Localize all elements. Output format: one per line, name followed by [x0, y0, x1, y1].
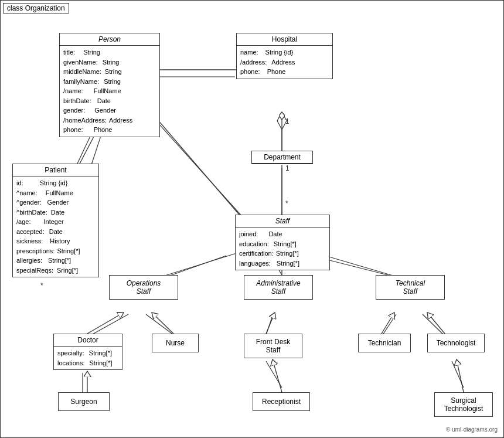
svg-line-31	[152, 313, 173, 334]
svg-line-32	[266, 313, 275, 334]
doctor-class: Doctor specialty:String[*] locations:Str…	[53, 334, 122, 370]
svg-line-8	[147, 111, 253, 228]
technician-title: Technician	[359, 334, 410, 352]
copyright: © uml-diagrams.org	[446, 426, 498, 433]
doctor-attrs: specialty:String[*] locations:String[*]	[54, 347, 122, 369]
hospital-title: Hospital	[237, 33, 332, 46]
svg-text:1: 1	[285, 164, 290, 172]
svg-marker-2	[277, 112, 287, 130]
svg-line-30	[87, 313, 124, 334]
patient-title: Patient	[13, 164, 98, 176]
surgical-technologist-title: SurgicalTechnologist	[435, 393, 492, 416]
nurse-title: Nurse	[152, 334, 198, 352]
admin-staff-title: AdministrativeStaff	[244, 276, 312, 299]
svg-line-13	[146, 314, 173, 335]
person-title: Person	[60, 33, 159, 46]
frame-label: class Organization	[3, 3, 69, 13]
svg-line-12	[91, 314, 128, 335]
svg-line-19	[452, 361, 464, 388]
staff-title: Staff	[236, 215, 329, 228]
technical-staff-title: TechnicalStaff	[376, 276, 444, 299]
svg-text:*: *	[285, 199, 288, 208]
svg-text:*: *	[40, 281, 43, 290]
diagram-container: class Organization	[0, 0, 504, 438]
svg-line-15	[383, 314, 396, 335]
surgeon-title: Surgeon	[59, 393, 109, 410]
svg-line-26	[150, 111, 250, 228]
patient-class: Patient id:String {id} ^name:FullName ^g…	[12, 164, 99, 277]
technologist-class: Technologist	[427, 334, 485, 352]
surgeon-class: Surgeon	[58, 392, 110, 411]
operations-staff-title: OperationsStaff	[110, 276, 178, 299]
technical-staff-class: TechnicalStaff	[376, 275, 445, 300]
technician-class: Technician	[358, 334, 411, 352]
svg-text:1: 1	[285, 117, 290, 125]
front-desk-class: Front DeskStaff	[244, 334, 302, 358]
staff-class: Staff joined:Date education:String[*] ce…	[235, 215, 330, 270]
front-desk-title: Front DeskStaff	[244, 334, 302, 358]
technologist-title: Technologist	[428, 334, 484, 352]
svg-line-14	[266, 314, 273, 335]
svg-line-36	[273, 359, 282, 392]
svg-line-16	[423, 314, 444, 335]
svg-line-37	[457, 359, 464, 392]
department-title: Department	[252, 151, 312, 164]
svg-line-33	[382, 313, 394, 334]
admin-staff-class: AdministrativeStaff	[244, 275, 313, 300]
nurse-class: Nurse	[152, 334, 199, 352]
staff-attrs: joined:Date education:String[*] certific…	[236, 228, 329, 270]
receptionist-class: Receptionist	[253, 392, 310, 411]
svg-line-34	[427, 313, 445, 334]
operations-staff-class: OperationsStaff	[109, 275, 178, 300]
department-class: Department	[251, 151, 313, 164]
person-class: Person title:String givenName:String mid…	[59, 33, 160, 137]
surgical-technologist-class: SurgicalTechnologist	[434, 392, 493, 417]
doctor-title: Doctor	[54, 334, 122, 347]
patient-attrs: id:String {id} ^name:FullName ^gender:Ge…	[13, 176, 98, 277]
receptionist-title: Receptionist	[253, 393, 309, 410]
hospital-attrs: name:String {id} /address:Address phone:…	[237, 46, 332, 79]
hospital-class: Hospital name:String {id} /address:Addre…	[236, 33, 333, 79]
person-attrs: title:String givenName:String middleName…	[60, 46, 159, 137]
svg-line-18	[266, 361, 282, 388]
